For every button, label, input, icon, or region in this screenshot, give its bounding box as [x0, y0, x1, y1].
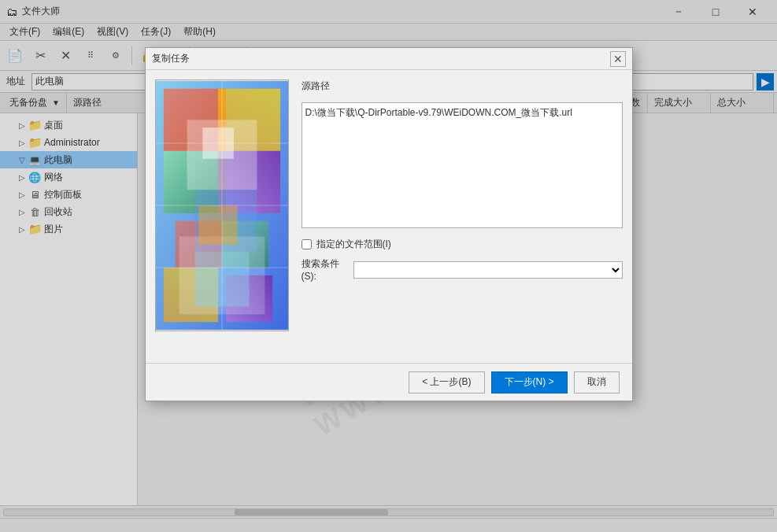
cancel-button[interactable]: 取消 — [574, 371, 620, 393]
next-button[interactable]: 下一步(N) > — [491, 371, 568, 393]
source-path-label: 源路径 — [302, 79, 623, 93]
search-input-wrap — [353, 261, 623, 279]
dialog-close-button[interactable]: ✕ — [610, 51, 626, 67]
file-range-checkbox[interactable] — [302, 239, 312, 249]
dialog-titlebar: 复制任务 ✕ — [146, 48, 632, 70]
copy-task-dialog: 复制任务 ✕ — [145, 47, 633, 401]
checkbox-row: 指定的文件范围(I) — [302, 238, 623, 251]
search-row: 搜索条件(S): — [302, 257, 623, 282]
file-range-label[interactable]: 指定的文件范围(I) — [316, 238, 391, 251]
dialog-title: 复制任务 — [152, 52, 610, 65]
dialog-body: 源路径 指定的文件范围(I) 搜索条件(S): — [146, 70, 632, 363]
dialog-footer: < 上一步(B) 下一步(N) > 取消 — [146, 363, 632, 401]
back-button[interactable]: < 上一步(B) — [409, 371, 484, 393]
dialog-right: 源路径 指定的文件范围(I) 搜索条件(S): — [302, 79, 623, 353]
svg-rect-13 — [198, 205, 237, 244]
search-conditions-select[interactable] — [353, 261, 623, 279]
search-conditions-label: 搜索条件(S): — [302, 257, 349, 282]
source-path-textarea[interactable] — [302, 102, 623, 228]
preview-image — [155, 79, 289, 331]
modal-overlay: 复制任务 ✕ — [0, 0, 777, 532]
